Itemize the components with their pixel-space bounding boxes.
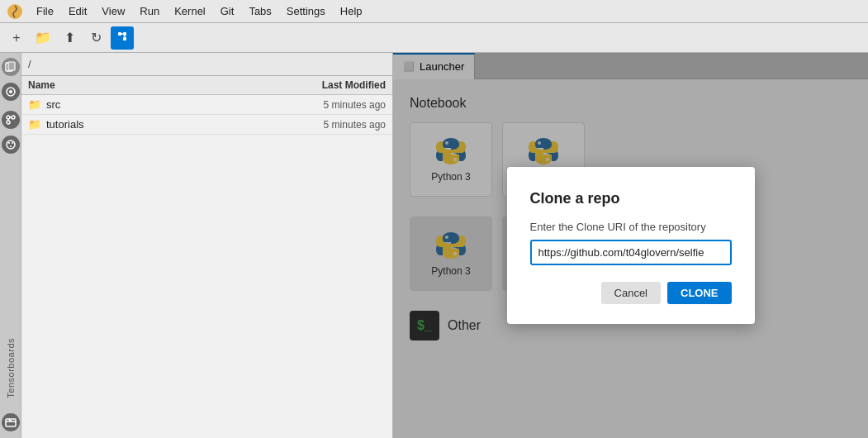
folder-icon-src: 📁 <box>28 98 41 111</box>
sidebar-running-icon[interactable] <box>2 83 20 101</box>
modal-overlay: Clone a repo Enter the Clone URI of the … <box>393 53 868 438</box>
toolbar: + 📁 ⬆ ↻ <box>0 23 868 53</box>
menu-settings[interactable]: Settings <box>280 3 332 19</box>
upload-button[interactable]: 📁 <box>31 26 55 50</box>
menu-help[interactable]: Help <box>334 3 369 19</box>
content-area: ⬜ Launcher Notebook Python 3 <box>393 53 868 438</box>
sidebar-palette-icon[interactable] <box>2 136 20 154</box>
clone-uri-input[interactable] <box>530 240 732 265</box>
modal-buttons: Cancel CLONE <box>530 282 732 304</box>
file-name-src: src <box>46 98 287 111</box>
upload-file-button[interactable]: ⬆ <box>58 26 81 50</box>
svg-point-10 <box>7 116 10 119</box>
folder-icon: 📁 <box>35 30 51 45</box>
git-icon <box>116 30 129 46</box>
clone-modal: Clone a repo Enter the Clone URI of the … <box>507 167 755 324</box>
svg-rect-7 <box>8 62 15 70</box>
modal-title: Clone a repo <box>530 190 732 207</box>
breadcrumb: / <box>28 58 31 70</box>
menu-tabs[interactable]: Tabs <box>242 3 277 19</box>
svg-rect-3 <box>123 32 126 36</box>
file-panel-header: / <box>21 53 392 76</box>
svg-point-12 <box>7 121 10 124</box>
sidebar-files-icon[interactable] <box>2 58 20 76</box>
sidebar-git-icon[interactable] <box>2 111 20 129</box>
app-logo <box>7 3 23 20</box>
clone-button[interactable]: CLONE <box>667 282 732 304</box>
menu-view[interactable]: View <box>95 3 131 19</box>
menubar: File Edit View Run Kernel Git Tabs Setti… <box>0 0 868 23</box>
icon-sidebar: Tensorboards <box>0 53 21 438</box>
cancel-button[interactable]: Cancel <box>601 282 661 304</box>
svg-rect-2 <box>123 37 126 40</box>
refresh-icon: ↻ <box>91 30 102 45</box>
folder-icon-tutorials: 📁 <box>28 118 41 131</box>
modal-label: Enter the Clone URI of the repository <box>530 221 732 233</box>
file-name-tutorials: tutorials <box>46 118 287 131</box>
menu-edit[interactable]: Edit <box>62 3 93 19</box>
main-layout: Tensorboards / Name Last Modified 📁 src … <box>0 53 868 438</box>
svg-point-15 <box>7 140 15 149</box>
file-row-src[interactable]: 📁 src 5 minutes ago <box>21 95 392 115</box>
svg-point-9 <box>9 90 12 93</box>
menu-git[interactable]: Git <box>214 3 241 19</box>
menu-run[interactable]: Run <box>133 3 166 19</box>
upload-icon: ⬆ <box>64 30 75 45</box>
svg-point-11 <box>12 116 15 119</box>
file-table-header: Name Last Modified <box>21 76 392 95</box>
file-date-src: 5 minutes ago <box>287 99 386 111</box>
refresh-button[interactable]: ↻ <box>84 26 107 50</box>
git-clone-button[interactable] <box>111 26 134 50</box>
col-name-header: Name <box>28 79 287 91</box>
file-date-tutorials: 5 minutes ago <box>287 119 386 131</box>
svg-rect-1 <box>118 32 121 36</box>
col-date-header: Last Modified <box>287 79 386 91</box>
svg-point-17 <box>12 142 13 144</box>
tensorboards-label: Tensorboards <box>6 338 16 398</box>
file-row-tutorials[interactable]: 📁 tutorials 5 minutes ago <box>21 115 392 135</box>
new-icon: + <box>12 31 20 45</box>
svg-point-18 <box>10 145 12 147</box>
menu-kernel[interactable]: Kernel <box>168 3 212 19</box>
svg-point-16 <box>8 142 10 144</box>
sidebar-folder-icon[interactable] <box>2 413 20 431</box>
new-folder-button[interactable]: + <box>5 26 28 50</box>
menu-file[interactable]: File <box>30 3 60 19</box>
file-panel: / Name Last Modified 📁 src 5 minutes ago… <box>21 53 393 438</box>
